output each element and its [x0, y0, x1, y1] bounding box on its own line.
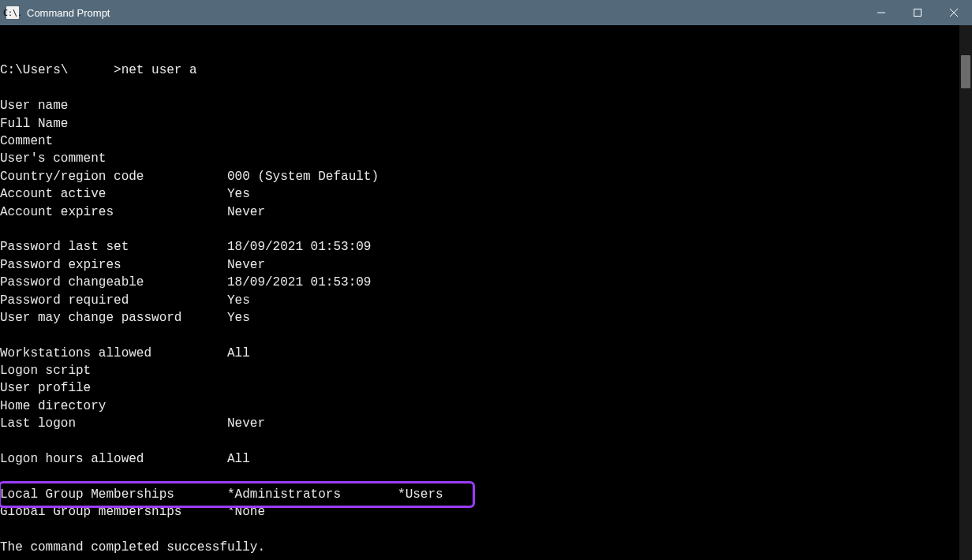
field-value: 18/09/2021 01:53:09 [227, 275, 371, 289]
field-label: Password last set [0, 238, 227, 256]
field-label: Account expires [0, 203, 227, 221]
field-value: Yes [227, 311, 250, 325]
field-label: Logon hours allowed [0, 450, 227, 468]
field-label: Password changeable [0, 274, 227, 291]
field-value-2: *Users [341, 486, 443, 503]
field-label: Account active [0, 185, 227, 203]
output-line: Password last set18/09/2021 01:53:09 [0, 238, 959, 256]
output-line: User's comment [0, 150, 959, 167]
output-line: Logon script [0, 362, 959, 379]
output-line: Global Group memberships*None [0, 503, 959, 521]
output-line [0, 468, 959, 485]
field-label: Comment [0, 133, 227, 150]
window-controls [863, 0, 972, 25]
field-label: Password expires [0, 256, 227, 274]
output-line: Last logonNever [0, 415, 959, 432]
maximize-icon [914, 9, 922, 17]
field-value: *None [227, 505, 265, 519]
field-label: Password required [0, 292, 227, 309]
scrollbar-vertical[interactable] [959, 25, 972, 560]
output-line: Logon hours allowedAll [0, 450, 959, 468]
maximize-button[interactable] [899, 0, 936, 25]
field-label: User may change password [0, 309, 227, 327]
completion-line: The command completed successfully. [0, 539, 959, 556]
field-value: Yes [227, 187, 250, 201]
field-label: Full Name [0, 115, 227, 133]
field-label: Local Group Memberships [0, 486, 227, 503]
field-value: Never [227, 416, 265, 431]
field-value: All [227, 452, 250, 466]
minimize-icon [877, 9, 885, 17]
field-label: Last logon [0, 415, 227, 432]
output-line: User profile [0, 379, 959, 397]
output-line: Home directory [0, 398, 959, 415]
field-value: Never [227, 258, 265, 272]
output-line [0, 433, 959, 450]
output-line: Comment [0, 133, 959, 150]
output-line: Full Name [0, 115, 959, 133]
field-value: *Administrators [227, 487, 341, 502]
window-title: Command Prompt [25, 7, 863, 19]
output-line: Workstations allowedAll [0, 345, 959, 362]
output-line: Password changeable18/09/2021 01:53:09 [0, 274, 959, 291]
app-icon: C:\. [6, 6, 19, 19]
field-label: Global Group memberships [0, 503, 227, 521]
prompt-line: C:\Users\ >net user a [0, 62, 959, 79]
output-line: Account activeYes [0, 185, 959, 203]
output-line: Country/region code000 (System Default) [0, 168, 959, 185]
field-label: Home directory [0, 398, 227, 415]
minimize-button[interactable] [863, 0, 899, 25]
terminal-output[interactable]: C:\Users\ >net user a User nameFull Name… [0, 25, 959, 560]
output-line: Account expiresNever [0, 203, 959, 221]
field-label: User's comment [0, 150, 227, 167]
output-line: User may change passwordYes [0, 309, 959, 327]
field-value: Never [227, 205, 265, 219]
field-value: All [227, 346, 250, 360]
field-label: User name [0, 97, 227, 114]
scroll-thumb[interactable] [961, 55, 970, 88]
field-value: 000 (System Default) [227, 170, 379, 184]
output-line: User name [0, 97, 959, 114]
close-button[interactable] [936, 0, 972, 25]
output-line: Password expiresNever [0, 256, 959, 274]
field-label: Workstations allowed [0, 345, 227, 362]
window-titlebar: C:\. Command Prompt [0, 0, 972, 25]
field-label: User profile [0, 379, 227, 397]
output-line [0, 221, 959, 238]
output-line: Local Group Memberships*Administrators*U… [0, 486, 959, 503]
field-value: 18/09/2021 01:53:09 [227, 240, 371, 254]
output-line: Password requiredYes [0, 292, 959, 309]
svg-rect-1 [914, 9, 922, 17]
close-icon [950, 9, 958, 17]
field-label: Logon script [0, 362, 227, 379]
field-label: Country/region code [0, 168, 227, 185]
output-line [0, 327, 959, 344]
field-value: Yes [227, 293, 250, 308]
